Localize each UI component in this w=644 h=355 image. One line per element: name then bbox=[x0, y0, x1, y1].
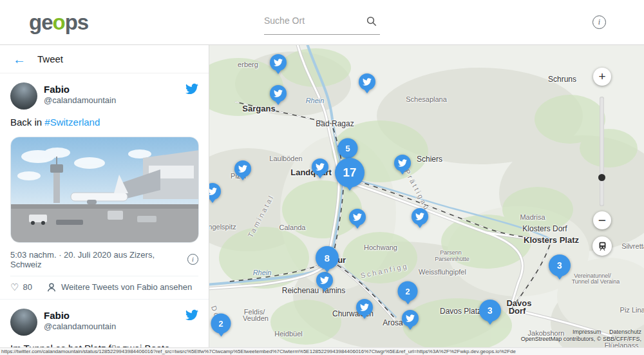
twitter-bird-icon bbox=[274, 89, 283, 98]
tweet-cluster-marker[interactable]: 5 bbox=[338, 139, 358, 158]
search-field bbox=[264, 9, 380, 35]
tweet-panel-header: ← Tweet bbox=[0, 45, 209, 73]
twitter-bird-icon bbox=[363, 77, 372, 86]
more-tweets-label: Weitere Tweets von Fabio ansehen bbox=[61, 282, 192, 292]
datenschutz-link[interactable]: Datenschutz bbox=[609, 329, 641, 335]
twitter-bird-icon bbox=[320, 276, 329, 285]
tweet-pin-marker[interactable] bbox=[402, 310, 419, 327]
tweet-cluster-marker[interactable]: 3 bbox=[549, 254, 571, 276]
tweet-pin-marker[interactable] bbox=[270, 85, 287, 102]
twitter-bird-icon bbox=[353, 213, 362, 222]
logo-ps: ps bbox=[65, 10, 89, 34]
tweet-panel: ← Tweet Fabio @calandamountain Back in #… bbox=[0, 45, 209, 355]
tweet-text: Back in #Switzerland bbox=[10, 116, 198, 129]
like-count: 80 bbox=[23, 282, 32, 292]
tweet-cluster-marker[interactable]: 3 bbox=[479, 300, 501, 321]
hashtag-link[interactable]: #Switzerland bbox=[44, 117, 100, 128]
tweet-cluster-marker[interactable]: 17 bbox=[335, 158, 365, 187]
tweet-pin-marker[interactable] bbox=[209, 183, 221, 200]
tweet-pin-marker[interactable] bbox=[349, 209, 366, 225]
twitter-bird-icon bbox=[238, 164, 247, 173]
tweet-cluster-marker[interactable]: 8 bbox=[316, 246, 339, 269]
header: geops i bbox=[0, 0, 644, 45]
impressum-link[interactable]: Impressum bbox=[573, 329, 601, 335]
tweet-cluster-marker[interactable]: 2 bbox=[211, 314, 231, 334]
zoom-in-button[interactable]: + bbox=[593, 68, 611, 86]
train-layer-button[interactable] bbox=[592, 236, 612, 256]
zoom-slider[interactable] bbox=[600, 97, 604, 206]
panel-title: Tweet bbox=[37, 53, 63, 64]
twitter-bird-icon bbox=[415, 212, 424, 221]
tweet-pin-marker[interactable] bbox=[356, 299, 373, 316]
twitter-bird-icon bbox=[360, 303, 369, 312]
twitter-icon[interactable] bbox=[185, 82, 198, 95]
info-icon[interactable]: i bbox=[592, 15, 606, 29]
logo-o: o bbox=[53, 10, 65, 34]
map-attribution: Impressum Datenschutz OpenStreetMap cont… bbox=[521, 329, 641, 343]
more-tweets-link[interactable]: Weitere Tweets von Fabio ansehen bbox=[46, 282, 192, 293]
tweet-author[interactable]: Fabio bbox=[44, 84, 185, 95]
tweet-info-icon[interactable]: i bbox=[187, 254, 198, 265]
train-icon bbox=[597, 241, 608, 252]
back-button[interactable]: ← bbox=[13, 53, 26, 66]
twitter-bird-icon bbox=[398, 158, 407, 168]
twitter-bird-icon bbox=[209, 187, 217, 196]
app-window: geops i ← Tweet Fabio @calandamountain bbox=[0, 0, 644, 355]
search-input[interactable] bbox=[264, 9, 361, 32]
tweet-pin-marker[interactable] bbox=[234, 160, 251, 177]
divider bbox=[10, 276, 198, 276]
tweet-handle[interactable]: @calandamountain bbox=[44, 321, 185, 331]
twitter-bird-icon bbox=[316, 162, 325, 171]
tweet-text-plain: Back in bbox=[10, 117, 44, 128]
tweet-pin-marker[interactable] bbox=[394, 155, 411, 171]
tweet-handle[interactable]: @calandamountain bbox=[44, 95, 185, 105]
map-markers: 51782332 bbox=[209, 45, 644, 355]
avatar[interactable] bbox=[10, 82, 37, 110]
zoom-out-button[interactable]: − bbox=[593, 211, 611, 229]
tweet-author[interactable]: Fabio bbox=[44, 310, 185, 321]
link-status-bar: https://twitter.com/calandamountain/stat… bbox=[0, 347, 644, 355]
person-icon bbox=[46, 282, 57, 293]
like-button[interactable]: ♡ 80 bbox=[10, 282, 32, 292]
twitter-icon[interactable] bbox=[185, 309, 198, 321]
search-icon[interactable] bbox=[366, 15, 377, 27]
tweet-card: Fabio @calandamountain Back in #Switzerl… bbox=[0, 73, 209, 300]
geops-logo[interactable]: geops bbox=[29, 10, 88, 35]
zoom-slider-handle[interactable] bbox=[598, 174, 605, 181]
tweet-photo[interactable] bbox=[10, 137, 199, 243]
twitter-bird-icon bbox=[406, 314, 415, 323]
tweet-pin-marker[interactable] bbox=[359, 73, 375, 90]
twitter-bird-icon bbox=[274, 58, 283, 67]
avatar[interactable] bbox=[10, 309, 37, 336]
tweet-cluster-marker[interactable]: 2 bbox=[398, 282, 418, 302]
logo-ge: ge bbox=[29, 10, 53, 34]
tweet-pin-marker[interactable] bbox=[270, 54, 287, 71]
attribution-text: OpenStreetMap contributors, © SBB/CFF/FF… bbox=[521, 336, 641, 343]
tweet-pin-marker[interactable] bbox=[312, 158, 328, 175]
tweet-pin-marker[interactable] bbox=[412, 208, 428, 225]
tweet-timestamp[interactable]: 5:03 nachm. · 20. Juli 2020 aus Zizers, … bbox=[10, 250, 187, 269]
heart-icon: ♡ bbox=[10, 282, 19, 292]
map[interactable]: erbergSchrunsSargansRheinSchesaplanaBad … bbox=[209, 45, 644, 355]
